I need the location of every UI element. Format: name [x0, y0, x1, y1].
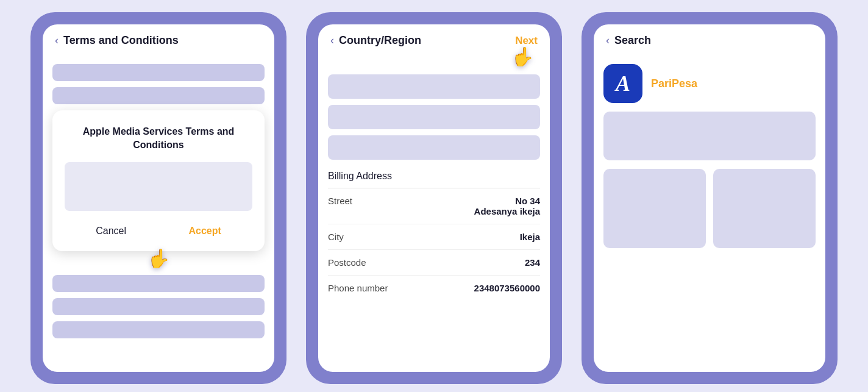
address-row-postcode: Postcode 234 [328, 250, 540, 276]
address-row-city: City Ikeja [328, 224, 540, 250]
label-postcode: Postcode [328, 257, 401, 268]
phone-2-screen: ‹ Country/Region Next 👆 Billing Address … [318, 24, 550, 372]
page-title-country: Country/Region [339, 34, 421, 47]
next-button[interactable]: Next [515, 35, 538, 47]
placeholder-bar-2 [52, 87, 265, 104]
header-search: ‹ Search [594, 24, 825, 57]
field-placeholder-2[interactable] [328, 105, 540, 129]
address-row-street: Street No 34Adesanya ikeja [328, 188, 540, 224]
value-street: No 34Adesanya ikeja [474, 196, 540, 216]
result-placeholder-2 [603, 169, 706, 248]
placeholder-bar-1 [52, 64, 265, 81]
phone-1-frame: ‹ Terms and Conditions Apple Media Servi… [30, 12, 286, 384]
placeholder-bar-4 [52, 298, 265, 315]
page-title-search: Search [614, 34, 651, 47]
result-row-two [603, 169, 816, 248]
result-placeholder-3 [713, 169, 816, 248]
back-icon-search[interactable]: ‹ [606, 34, 610, 47]
back-icon-terms[interactable]: ‹ [55, 34, 59, 47]
phone-1-screen: ‹ Terms and Conditions Apple Media Servi… [43, 24, 274, 372]
billing-label: Billing Address [328, 171, 540, 188]
field-placeholder-1[interactable] [328, 74, 540, 99]
back-icon-country[interactable]: ‹ [330, 34, 334, 47]
billing-section: Billing Address Street No 34Adesanya ike… [328, 171, 540, 301]
cancel-button[interactable]: Cancel [86, 223, 136, 239]
phone-3-frame: ‹ Search A PariPesa [582, 12, 838, 384]
value-city: Ikeja [520, 232, 540, 242]
label-street: Street [328, 196, 401, 206]
app-icon-paripesa[interactable]: A [603, 64, 642, 103]
label-phone: Phone number [328, 283, 401, 293]
phone-2-frame: ‹ Country/Region Next 👆 Billing Address … [306, 12, 562, 384]
hand-cursor-icon: 👆 [148, 248, 170, 269]
terms-modal: Apple Media Services Terms and Condition… [52, 110, 265, 251]
placeholder-bar-5 [52, 321, 265, 338]
app-icon-letter: A [616, 71, 630, 96]
phone-3-screen: ‹ Search A PariPesa [594, 24, 825, 372]
accept-button[interactable]: Accept [179, 223, 230, 239]
hand-cursor-next-icon: 👆 [511, 46, 534, 67]
placeholder-bar-3 [52, 275, 265, 292]
app-name-paripesa: PariPesa [651, 77, 697, 90]
phone2-body: 👆 Billing Address Street No 34Adesanya i… [318, 57, 550, 372]
value-phone: 2348073560000 [474, 283, 540, 293]
modal-actions: Cancel Accept [65, 221, 252, 239]
address-row-phone: Phone number 2348073560000 [328, 276, 540, 301]
label-city: City [328, 232, 401, 242]
modal-content-area [65, 162, 252, 211]
phone3-body: A PariPesa [594, 57, 825, 372]
phone1-body: Apple Media Services Terms and Condition… [43, 57, 274, 372]
modal-title: Apple Media Services Terms and Condition… [65, 125, 252, 152]
header-terms: ‹ Terms and Conditions [43, 24, 274, 57]
app-result-row: A PariPesa [603, 64, 816, 103]
value-postcode: 234 [525, 257, 540, 268]
cursor-wrapper: 👆 [52, 248, 265, 269]
field-placeholder-3[interactable] [328, 135, 540, 160]
result-placeholder-1 [603, 112, 816, 160]
cursor-wrapper-next: 👆 [328, 46, 540, 67]
page-title-terms: Terms and Conditions [63, 34, 179, 47]
